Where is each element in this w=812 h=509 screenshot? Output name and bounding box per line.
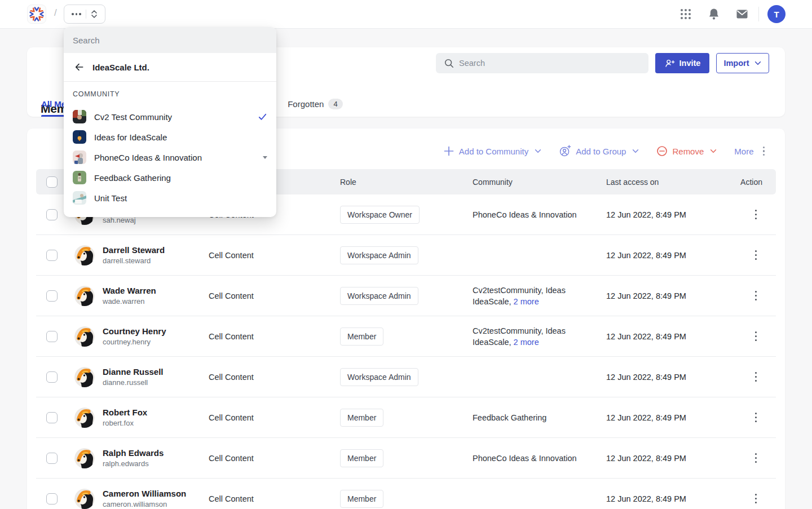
community-cell: Cv2testCommunity, Ideas IdeaScale, 2 mor… [465, 325, 599, 348]
tab-forgotten-count-badge: 4 [328, 99, 342, 109]
content-cell: Cell Content [203, 332, 333, 341]
table-row: Ralph Edwards ralph.edwards Cell Content… [36, 438, 776, 479]
action-cell [712, 289, 776, 303]
kebab-menu-icon [761, 144, 767, 158]
select-all-checkbox[interactable] [46, 176, 58, 188]
add-to-group-label: Add to Group [576, 147, 626, 156]
role-cell: Member [333, 449, 465, 467]
last-access-cell: 12 Jun 2022, 8:49 PM [599, 454, 712, 463]
minus-circle-icon [656, 145, 668, 157]
community-cell: Cv2testCommunity, Ideas IdeaScale, 2 mor… [465, 285, 599, 307]
member-cell[interactable]: Dianne Russell dianne.russell [68, 367, 203, 387]
workspace-back-row[interactable]: IdeaScale Ltd. [64, 53, 276, 82]
group-add-icon [559, 145, 571, 157]
row-actions-kebab-icon[interactable] [753, 207, 760, 222]
community-item-label: Unit Test [94, 193, 127, 203]
community-thumbnail-icon [73, 110, 86, 123]
member-cell[interactable]: Ralph Edwards ralph.edwards [68, 448, 203, 468]
member-username: ralph.edwards [103, 459, 164, 468]
add-to-community-button[interactable]: Add to Community [443, 145, 542, 157]
more-button[interactable]: More [734, 144, 767, 158]
member-name: Dianne Russell [103, 367, 164, 377]
row-actions-kebab-icon[interactable] [753, 329, 760, 344]
row-checkbox[interactable] [46, 209, 58, 220]
content-cell: Cell Content [203, 454, 333, 463]
user-avatar[interactable]: T [767, 5, 785, 23]
role-badge: Member [340, 327, 383, 346]
community-cell: Feedback Gathering [465, 412, 599, 423]
tab-forgotten[interactable]: Forgotten 4 [288, 91, 342, 117]
apps-grid-icon[interactable] [679, 7, 692, 21]
row-checkbox[interactable] [46, 453, 58, 464]
content-cell: Cell Content [203, 291, 333, 300]
community-item-ideas-for-ideascale[interactable]: Ideas for IdeaScale [64, 127, 276, 147]
community-item-label: PhoneCo Ideas & Innovation [94, 153, 202, 162]
member-avatar [74, 245, 95, 265]
row-actions-kebab-icon[interactable] [753, 289, 760, 303]
remove-button[interactable]: Remove [656, 145, 717, 157]
community-thumbnail-icon [73, 171, 86, 184]
member-username: courtney.henry [103, 338, 166, 346]
content-cell: Cell Content [203, 373, 333, 382]
role-cell: Member [333, 327, 465, 346]
import-button[interactable]: Import [716, 53, 769, 73]
invite-button[interactable]: Invite [655, 53, 709, 73]
row-checkbox[interactable] [46, 290, 58, 302]
role-cell: Workspace Owner [333, 206, 465, 224]
member-username: sah.newaj [103, 216, 136, 224]
member-username: wade.warren [103, 297, 156, 306]
member-cell[interactable]: Courtney Henry courtney.henry [68, 326, 203, 347]
expand-caret-icon[interactable] [263, 156, 267, 159]
mail-icon[interactable] [735, 7, 749, 21]
role-badge: Member [340, 490, 383, 508]
add-to-group-button[interactable]: Add to Group [559, 145, 639, 157]
community-thumbnail-icon [73, 130, 86, 144]
row-actions-kebab-icon[interactable] [753, 451, 760, 466]
row-checkbox[interactable] [46, 371, 58, 383]
row-checkbox[interactable] [46, 250, 58, 261]
import-button-label: Import [723, 59, 749, 68]
member-cell[interactable]: Robert Fox robert.fox [68, 408, 203, 428]
selected-check-icon [258, 112, 267, 122]
member-username: darrell.steward [103, 256, 165, 265]
ideascale-logo-icon[interactable] [27, 5, 46, 24]
row-checkbox[interactable] [46, 412, 58, 423]
action-cell [712, 370, 776, 384]
row-actions-kebab-icon[interactable] [753, 248, 760, 263]
row-actions-kebab-icon[interactable] [753, 492, 760, 506]
last-access-cell: 12 Jun 2022, 8:49 PM [599, 413, 712, 422]
notifications-bell-icon[interactable] [707, 7, 721, 21]
community-cell: PhoneCo Ideas & Innovation [465, 209, 599, 220]
community-item-unit-test[interactable]: Unit Test [64, 188, 276, 208]
action-cell [712, 207, 776, 222]
community-item-cv2-test-community[interactable]: Cv2 Test Community [64, 107, 276, 127]
role-cell: Member [333, 490, 465, 508]
row-checkbox[interactable] [46, 493, 58, 504]
person-add-icon [664, 58, 675, 69]
row-checkbox[interactable] [46, 331, 58, 342]
member-name: Wade Warren [103, 286, 156, 296]
chevron-down-icon [754, 59, 762, 67]
table-row: Robert Fox robert.fox Cell Content Membe… [36, 397, 776, 438]
divider [758, 7, 759, 21]
member-cell[interactable]: Cameron Williamson cameron.williamson [68, 489, 203, 509]
workspace-switcher-button[interactable] [64, 5, 105, 24]
community-item-phoneco-ideas-innovation[interactable]: PhoneCo Ideas & Innovation [64, 147, 276, 167]
row-actions-kebab-icon[interactable] [753, 370, 760, 384]
action-cell [712, 451, 776, 466]
remove-label: Remove [672, 147, 704, 156]
community-item-feedback-gathering[interactable]: Feedback Gathering [64, 167, 276, 188]
community-cell: PhoneCo Ideas & Innovation [465, 453, 599, 464]
dropdown-search-input[interactable]: Search [64, 27, 276, 53]
role-badge: Workspace Admin [340, 246, 418, 264]
content-cell: Cell Content [203, 494, 333, 503]
action-cell [712, 248, 776, 263]
invite-button-label: Invite [679, 59, 701, 68]
more-communities-link[interactable]: 2 more [514, 297, 539, 306]
member-cell[interactable]: Darrell Steward darrell.steward [68, 245, 203, 265]
arrow-left-icon [74, 62, 84, 72]
member-cell[interactable]: Wade Warren wade.warren [68, 286, 203, 306]
more-communities-link[interactable]: 2 more [514, 338, 539, 347]
row-actions-kebab-icon[interactable] [753, 410, 760, 425]
members-search-input[interactable]: Search [436, 53, 648, 73]
